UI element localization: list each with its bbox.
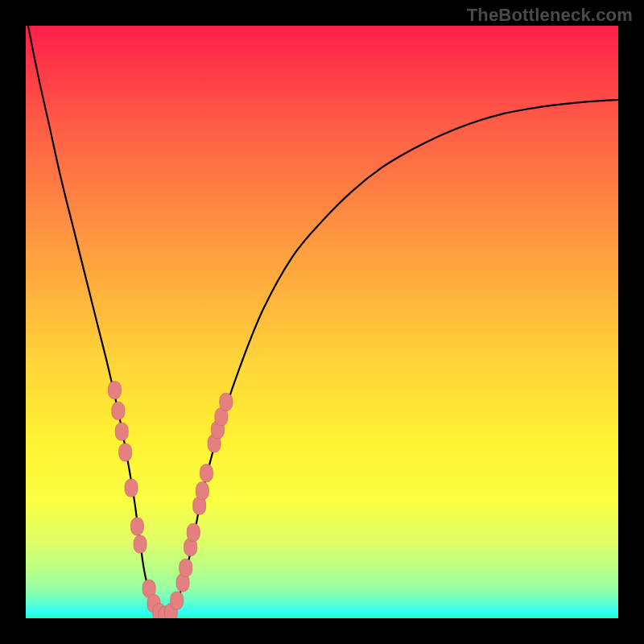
curve-marker (130, 518, 143, 535)
curve-marker (187, 523, 200, 541)
plot-area (26, 26, 618, 618)
curve-marker (196, 482, 208, 500)
curve-marker (171, 592, 184, 609)
curve-marker (112, 402, 125, 419)
curve-marker (119, 444, 132, 461)
outer-frame: TheBottleneck.com (0, 0, 644, 644)
curve-marker (108, 382, 121, 399)
curve-marker (115, 423, 128, 440)
bottleneck-curve-svg (26, 26, 618, 618)
curve-markers (108, 382, 232, 618)
bottleneck-curve-path (26, 26, 618, 618)
curve-marker (220, 393, 233, 411)
curve-marker (125, 479, 138, 497)
curve-marker (200, 464, 213, 482)
curve-marker (180, 559, 192, 576)
curve-marker (134, 535, 147, 553)
attribution-text: TheBottleneck.com (467, 5, 633, 26)
